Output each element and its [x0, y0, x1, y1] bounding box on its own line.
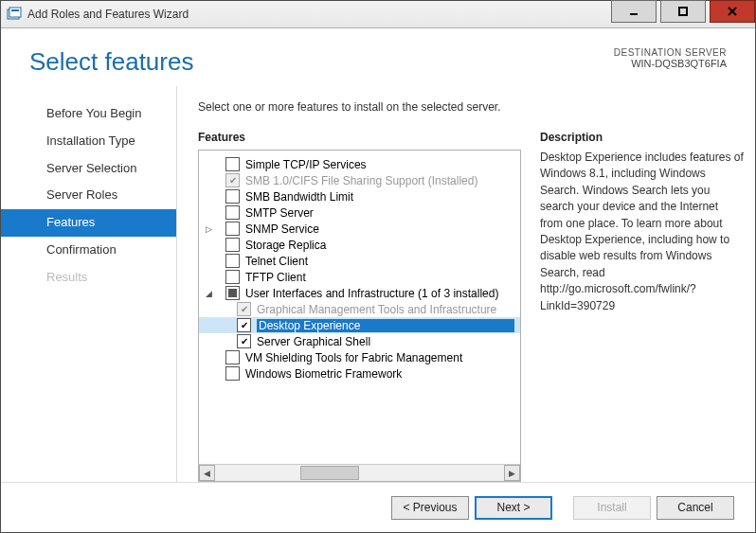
checkbox[interactable]	[225, 157, 240, 171]
wizard-header: Select features DESTINATION SERVER WIN-D…	[1, 28, 755, 86]
minimize-button[interactable]	[611, 0, 657, 23]
feature-vm-shielding[interactable]: VM Shielding Tools for Fabric Management	[199, 349, 520, 365]
feature-snmp-service[interactable]: ▷ SNMP Service	[199, 221, 520, 237]
scroll-right-icon[interactable]: ▶	[504, 465, 520, 481]
checkbox	[237, 302, 251, 316]
feature-storage-replica[interactable]: Storage Replica	[199, 237, 520, 253]
destination-label: DESTINATION SERVER	[614, 47, 727, 58]
title-bar: Add Roles and Features Wizard	[1, 1, 755, 28]
checkbox[interactable]	[225, 205, 240, 220]
window-title: Add Roles and Features Wizard	[27, 8, 611, 21]
feature-label: TFTP Client	[245, 271, 514, 284]
checkbox[interactable]	[225, 222, 240, 236]
cancel-button[interactable]: Cancel	[657, 496, 734, 520]
collapse-icon[interactable]: ◢	[203, 289, 214, 298]
next-button[interactable]: Next >	[475, 496, 552, 520]
checkbox[interactable]	[225, 366, 240, 381]
destination-info: DESTINATION SERVER WIN-DQSB3QT6FIA	[614, 47, 727, 77]
features-listbox: Simple TCP/IP Services SMB 1.0/CIFS File…	[198, 150, 521, 482]
feature-label: Desktop Experience	[257, 319, 514, 332]
svg-rect-1	[9, 8, 21, 17]
wizard-body: Before You Begin Installation Type Serve…	[1, 86, 755, 482]
feature-label: Simple TCP/IP Services	[245, 158, 514, 171]
feature-graphical-mgmt: Graphical Management Tools and Infrastru…	[199, 301, 520, 317]
wizard-footer: < Previous Next > Install Cancel	[1, 482, 755, 532]
feature-label: SMB Bandwidth Limit	[245, 190, 514, 204]
description-column: Description Desktop Experience includes …	[540, 131, 744, 482]
wizard-content: Select one or more features to install o…	[176, 86, 755, 482]
wizard-window: Add Roles and Features Wizard Select fea…	[0, 0, 756, 533]
feature-smb-bandwidth[interactable]: SMB Bandwidth Limit	[199, 188, 520, 204]
feature-telnet-client[interactable]: Telnet Client	[199, 253, 520, 269]
features-scroll[interactable]: Simple TCP/IP Services SMB 1.0/CIFS File…	[199, 151, 520, 464]
feature-label: Storage Replica	[245, 239, 514, 252]
svg-rect-2	[11, 9, 19, 11]
feature-tftp-client[interactable]: TFTP Client	[199, 269, 520, 285]
feature-windows-biometric[interactable]: Windows Biometric Framework	[199, 365, 520, 382]
close-button[interactable]	[710, 0, 755, 23]
scroll-thumb[interactable]	[300, 466, 359, 480]
previous-button[interactable]: < Previous	[391, 496, 469, 520]
checkbox	[225, 173, 240, 187]
feature-desktop-experience[interactable]: Desktop Experience	[199, 317, 520, 333]
feature-label: Graphical Management Tools and Infrastru…	[257, 303, 514, 316]
nav-confirmation[interactable]: Confirmation	[1, 237, 176, 264]
nav-installation-type[interactable]: Installation Type	[1, 128, 176, 155]
scroll-track[interactable]	[215, 465, 504, 481]
feature-label: Windows Biometric Framework	[245, 367, 514, 381]
feature-smtp-server[interactable]: SMTP Server	[199, 204, 520, 221]
checkbox[interactable]	[225, 350, 240, 364]
feature-user-interfaces[interactable]: ◢ User Interfaces and Infrastructure (1 …	[199, 285, 520, 301]
content-columns: Features Simple TCP/IP Services	[198, 131, 744, 482]
install-button: Install	[573, 496, 651, 520]
features-heading: Features	[198, 131, 521, 144]
expand-icon[interactable]: ▷	[203, 224, 214, 234]
description-heading: Description	[540, 131, 744, 144]
scroll-left-icon[interactable]: ◀	[199, 465, 215, 481]
maximize-button[interactable]	[660, 0, 706, 23]
checkbox[interactable]	[225, 270, 240, 284]
wizard-steps-nav: Before You Begin Installation Type Serve…	[1, 86, 176, 482]
nav-server-selection[interactable]: Server Selection	[1, 155, 176, 183]
checkbox[interactable]	[237, 334, 251, 348]
app-icon	[7, 7, 22, 22]
features-column: Features Simple TCP/IP Services	[198, 131, 521, 482]
destination-server: WIN-DQSB3QT6FIA	[614, 58, 727, 69]
page-title: Select features	[29, 47, 193, 77]
nav-before-you-begin[interactable]: Before You Begin	[1, 100, 176, 128]
checkbox[interactable]	[225, 189, 240, 204]
checkbox[interactable]	[225, 286, 240, 300]
feature-server-graphical-shell[interactable]: Server Graphical Shell	[199, 333, 520, 349]
nav-results: Results	[1, 264, 176, 292]
nav-server-roles[interactable]: Server Roles	[1, 182, 176, 209]
feature-smb1-cifs: SMB 1.0/CIFS File Sharing Support (Insta…	[199, 172, 520, 188]
feature-label: VM Shielding Tools for Fabric Management	[245, 351, 514, 364]
feature-label: SMB 1.0/CIFS File Sharing Support (Insta…	[245, 174, 514, 187]
checkbox[interactable]	[225, 238, 240, 252]
description-text: Desktop Experience includes features of …	[540, 150, 744, 314]
feature-label: Telnet Client	[245, 255, 514, 268]
feature-label: SMTP Server	[245, 206, 514, 220]
feature-label: SNMP Service	[245, 222, 514, 236]
nav-features[interactable]: Features	[1, 209, 176, 237]
feature-label: Server Graphical Shell	[257, 335, 514, 348]
feature-simple-tcpip[interactable]: Simple TCP/IP Services	[199, 156, 520, 172]
horizontal-scrollbar[interactable]: ◀ ▶	[199, 464, 520, 481]
checkbox[interactable]	[225, 254, 240, 268]
window-buttons	[611, 1, 755, 27]
instruction-text: Select one or more features to install o…	[198, 100, 744, 114]
svg-rect-4	[679, 8, 687, 15]
feature-label: User Interfaces and Infrastructure (1 of…	[245, 287, 514, 300]
checkbox[interactable]	[237, 318, 251, 332]
